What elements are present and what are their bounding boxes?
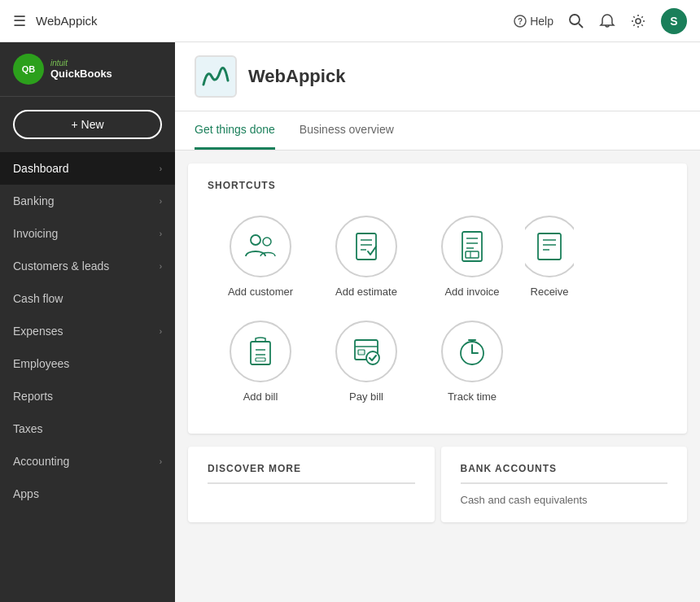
user-avatar[interactable]: S [661,8,687,34]
shortcuts-card: SHORTCUTS Add customer [188,164,687,434]
shortcuts-grid-row2: Add bill Pay bill [208,312,667,417]
add-customer-icon-circle [230,216,291,277]
shortcut-pay-bill[interactable]: Pay bill [313,312,419,417]
shortcut-receive[interactable]: Receive [525,207,574,312]
nav-arrow-icon: › [160,197,162,206]
new-button[interactable]: + New [13,110,162,139]
settings-icon[interactable] [630,13,646,29]
tab-get-things-done[interactable]: Get things done [195,111,275,150]
svg-line-3 [579,24,583,28]
sidebar-item-cash-flow[interactable]: Cash flow [0,282,175,315]
sidebar: QB intuit QuickBooks + New Dashboard›Ban… [0,42,175,602]
add-customer-label: Add customer [228,286,293,299]
notification-icon[interactable] [599,13,615,29]
tabs-bar: Get things done Business overview [175,111,700,150]
search-icon[interactable] [568,13,584,29]
company-title: WebAppick [248,66,345,87]
shortcut-track-time[interactable]: Track time [419,312,525,417]
add-invoice-icon-circle [441,216,503,277]
track-time-label: Track time [448,390,497,404]
header-company-name: WebAppick [36,14,514,28]
shortcuts-grid: Add customer Add estimate [208,207,667,312]
svg-point-8 [263,238,271,246]
svg-text:?: ? [518,17,523,26]
svg-rect-19 [538,233,561,260]
receive-icon-circle [525,216,574,277]
top-header: ☰ WebAppick ? Help S [0,0,700,42]
bank-subtitle: Cash and cash equivalents [461,494,668,506]
add-invoice-label: Add invoice [444,286,499,299]
nav-arrow-icon: › [160,164,162,173]
svg-rect-17 [466,251,479,258]
nav-arrow-icon: › [160,262,162,271]
bottom-sections: DISCOVER MORE BANK ACCOUNTS Cash and cas… [188,447,687,522]
svg-text:QB: QB [22,64,36,74]
discover-more-card: DISCOVER MORE [188,447,435,522]
sidebar-item-customers--leads[interactable]: Customers & leads› [0,250,175,282]
quickbooks-logo: QB [13,54,44,85]
sidebar-item-dashboard[interactable]: Dashboard› [0,152,175,185]
sidebar-item-banking[interactable]: Banking› [0,185,175,217]
svg-rect-9 [357,233,376,260]
sidebar-item-employees[interactable]: Employees [0,347,175,380]
add-bill-label: Add bill [243,390,278,404]
sidebar-item-accounting[interactable]: Accounting› [0,445,175,478]
sidebar-item-apps[interactable]: Apps [0,478,175,510]
add-bill-icon-circle [230,321,291,382]
main-layout: QB intuit QuickBooks + New Dashboard›Ban… [0,42,700,602]
bank-accounts-card: BANK ACCOUNTS Cash and cash equivalents [441,447,688,522]
svg-point-30 [366,351,379,364]
shortcut-add-bill[interactable]: Add bill [208,312,313,417]
pay-bill-label: Pay bill [349,390,383,404]
nav-arrow-icon: › [160,229,162,238]
brand-text: intuit QuickBooks [50,59,112,80]
company-logo [195,55,237,98]
shortcut-add-invoice[interactable]: Add invoice [419,207,525,312]
shortcut-add-estimate[interactable]: Add estimate [313,207,419,312]
nav-arrow-icon: › [160,327,162,336]
receive-label: Receive [531,286,569,299]
sidebar-item-invoicing[interactable]: Invoicing› [0,217,175,250]
sidebar-item-taxes[interactable]: Taxes [0,412,175,445]
sidebar-item-reports[interactable]: Reports [0,380,175,412]
pay-bill-icon-circle [335,321,397,382]
svg-point-2 [570,15,580,24]
svg-rect-29 [358,350,365,355]
header-actions: ? Help S [514,8,687,34]
svg-point-7 [251,235,260,245]
sidebar-logo: QB intuit QuickBooks [0,42,175,97]
sidebar-item-expenses[interactable]: Expenses› [0,315,175,347]
nav-arrow-icon: › [160,457,162,466]
add-estimate-label: Add estimate [335,286,397,299]
shortcut-add-customer[interactable]: Add customer [208,207,313,312]
discover-title: DISCOVER MORE [208,463,415,484]
tab-business-overview[interactable]: Business overview [300,111,394,150]
add-estimate-icon-circle [335,216,397,277]
menu-icon[interactable]: ☰ [13,12,26,30]
track-time-icon-circle [441,321,503,382]
content-area: WebAppick Get things done Business overv… [175,42,700,602]
shortcuts-title: SHORTCUTS [208,180,667,191]
svg-rect-26 [256,358,265,361]
svg-point-4 [636,19,641,24]
help-button[interactable]: ? Help [514,15,553,28]
company-header: WebAppick [175,42,700,111]
bank-title: BANK ACCOUNTS [461,463,668,484]
help-circle-icon: ? [514,15,527,28]
nav-menu: Dashboard›Banking›Invoicing›Customers & … [0,152,175,510]
